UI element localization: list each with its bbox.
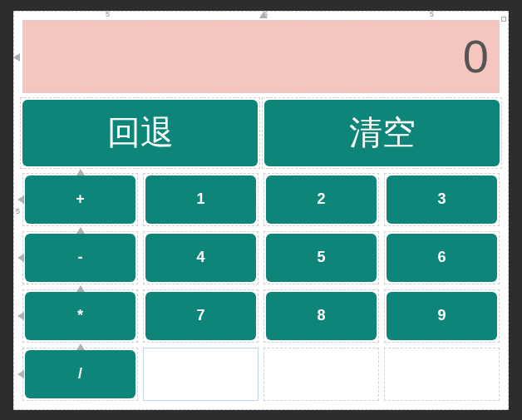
digit-2-button[interactable]: 2 xyxy=(266,175,377,224)
ruler-left: 5 5 xyxy=(14,12,22,409)
clear-button[interactable]: 清空 xyxy=(264,100,500,166)
op-divide-button[interactable]: / xyxy=(25,350,135,398)
calculator-display: 0 xyxy=(22,20,500,93)
digit-4-button[interactable]: 4 xyxy=(145,234,256,282)
empty-cell xyxy=(384,348,500,401)
empty-cell xyxy=(263,348,379,401)
keypad: + 1 2 3 - 4 5 6 * xyxy=(22,173,500,401)
back-button-label: 回退 xyxy=(107,110,174,156)
op-minus-button[interactable]: - xyxy=(25,234,135,282)
op-multiply-button[interactable]: * xyxy=(25,292,135,340)
empty-cell xyxy=(143,348,259,401)
digit-5-button[interactable]: 5 xyxy=(266,234,377,282)
display-value: 0 xyxy=(463,29,489,83)
ruler-tick: 5 xyxy=(430,10,434,18)
action-row: 回退 清空 xyxy=(22,100,500,166)
back-button[interactable]: 回退 xyxy=(22,100,258,166)
digit-3-button[interactable]: 3 xyxy=(387,175,497,224)
digit-9-button[interactable]: 9 xyxy=(387,292,497,340)
digit-8-button[interactable]: 8 xyxy=(266,292,377,340)
clear-button-label: 清空 xyxy=(349,110,416,156)
calculator-canvas: 5 5 5 5 5 0 回退 清空 + 1 xyxy=(13,11,509,410)
ruler-tick: 5 xyxy=(106,10,110,18)
op-plus-button[interactable]: + xyxy=(25,175,135,224)
digit-6-button[interactable]: 6 xyxy=(387,234,497,282)
digit-1-button[interactable]: 1 xyxy=(145,175,256,224)
ruler-tick: 5 xyxy=(16,207,20,215)
digit-7-button[interactable]: 7 xyxy=(145,292,256,340)
